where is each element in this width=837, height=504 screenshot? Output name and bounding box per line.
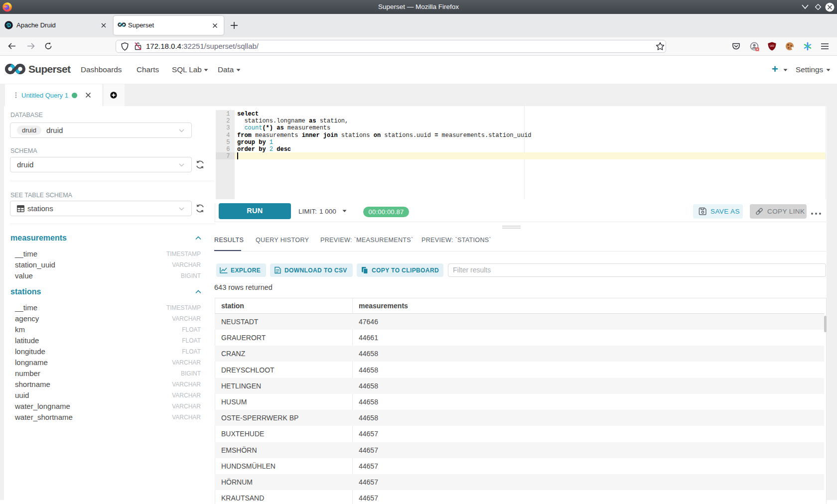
- svg-text:UO: UO: [770, 44, 774, 47]
